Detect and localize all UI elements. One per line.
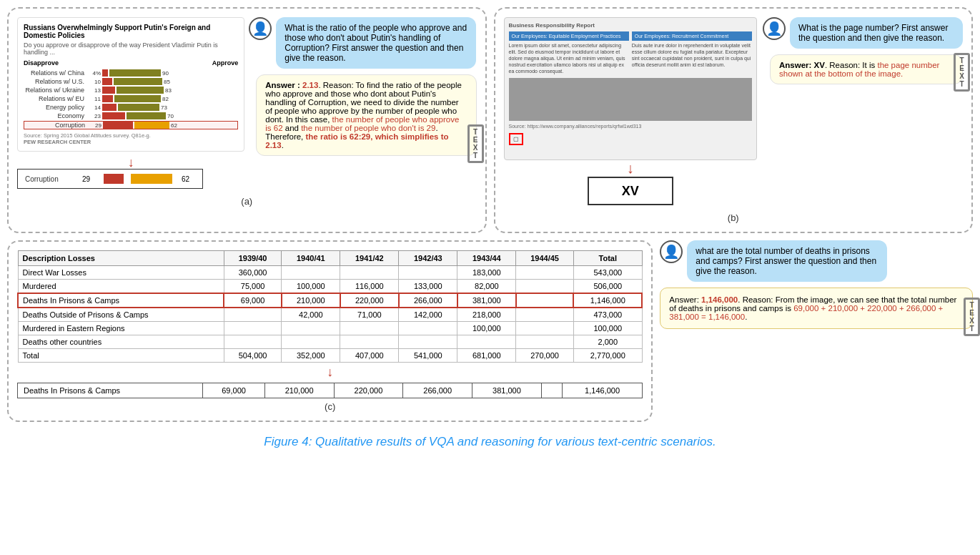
approve-label: Approve [212,59,239,67]
ans-c-4: . [745,313,747,321]
td-total-3: 473,000 [573,308,642,322]
td-3940-4 [224,322,281,335]
text-badge-a: T E X T [467,124,484,163]
top-row: Russians Overwhelmingly Support Putin's … [7,7,973,233]
td-desc-4: Murdered in Eastern Regions [18,322,224,335]
user-bubble-a: What is the ratio of the people who appr… [276,17,476,69]
bar-app-val-5: 70 [167,113,182,119]
bar-row-4: Energy policy 14 73 [24,104,238,111]
answer-area-b: Answer: XV. Reason: It is the page numbe… [763,54,963,84]
xv-box-b: XV [588,177,673,205]
bar-app-6 [134,122,169,129]
ans-b-1: XV [814,61,825,69]
panel-c-right: 👤 what are the total number of deaths in… [660,240,973,422]
answer-area-a: Answer : 2.13. Reason: To find the ratio… [249,74,476,156]
th-4344: 1943/44 [457,251,516,266]
td-4041-0 [282,266,340,280]
td-total-6: 2,770,000 [573,349,642,363]
zoomed-label-a: Corruption [25,175,75,183]
td-4344-1: 82,000 [457,280,516,294]
td-4344-4: 100,000 [457,322,516,335]
bar-dis-3 [102,95,113,102]
td-4142-2: 220,000 [340,293,399,308]
th-desc: Description Losses [18,251,224,266]
ans-b-0: Answer: [779,61,814,69]
td-4445-2 [516,293,573,308]
td-4445-0 [516,266,573,280]
td-4243-5 [399,335,457,349]
text-badge-box-a: T E X T [467,124,484,163]
table-row: Murdered in Eastern Regions 100,000 100,… [18,322,642,335]
td-4243-6: 541,000 [399,349,457,363]
user-bubble-c: what are the total number of deaths in p… [687,240,887,282]
bar-app-0 [109,69,161,77]
user-avatar-a: 👤 [249,17,272,40]
bar-app-val-2: 83 [165,87,179,94]
bar-app-val-3: 82 [162,96,177,102]
td-4243-1: 133,000 [399,280,457,294]
chart-area-a: Russians Overwhelmingly Support Putin's … [17,17,244,189]
zoomed-3940-c: 69,000 [203,383,264,398]
text-x-a: X [473,144,478,152]
user-row-a: 👤 What is the ratio of the people who ap… [249,17,476,69]
text-e-a: E [473,136,478,144]
tc-x: X [969,317,974,325]
panel-label-b: (b) [504,212,964,223]
table-row: Murdered 75,000 100,000 116,000 133,000 … [18,280,642,294]
doc-red-box-b: ▢ [509,133,523,145]
td-total-5: 2,000 [573,335,642,349]
doc-img-b [509,78,753,121]
panel-b: Business Responsibility Report Our Emplo… [494,7,974,233]
td-4142-1: 116,000 [340,280,399,294]
answer-bubble-b: Answer: XV. Reason: It is the page numbe… [770,54,963,84]
zoom-section-a: ↓ Corruption 29 62 [17,156,244,189]
td-4243-3: 142,000 [399,308,457,322]
bar-app-2 [117,87,164,94]
bar-row-5: Economy 23 70 [24,112,238,119]
td-4041-5 [282,335,340,349]
doc-caption-b: Source: https://www.company.alliances/re… [509,124,753,129]
zoomed-bar-box-a: Corruption 29 62 [17,169,203,189]
th-4445: 1944/45 [516,251,573,266]
td-4243-4 [399,322,457,335]
td-4142-4 [340,322,399,335]
bar-dis-val-2: 13 [88,87,101,94]
doc-image-b: Business Responsibility Report Our Emplo… [504,17,758,160]
bar-dis-val-4: 14 [88,104,101,111]
td-4041-2: 210,000 [282,293,340,308]
td-desc-5: Deaths other countries [18,335,224,349]
td-4445-4 [516,322,573,335]
chart-subtitle-a: Do you approve or disapprove of the way … [24,41,238,56]
td-3940-6: 504,000 [224,349,281,363]
th-4243: 1942/43 [399,251,457,266]
table-row: Direct War Losses 360,000 183,000 543,00… [18,266,642,280]
bar-label-1: Relations w/ U.S. [24,78,88,85]
td-4142-6: 407,000 [340,349,399,363]
user-icon-a: 👤 [252,21,268,36]
td-4041-3: 42,000 [282,308,340,322]
bar-row-3: Relations w/ EU 11 82 [24,95,238,102]
td-4445-5 [516,335,573,349]
doc-cols-b: Our Employees: Equitable Employment Prac… [509,31,753,75]
bar-app-val-1: 85 [164,79,178,85]
td-4243-2: 266,000 [399,293,457,308]
bar-label-0: Relations w/ China [24,69,88,77]
chart-header-a: Disapprove Approve [24,59,238,67]
zoomed-4344-c: 381,000 [472,383,542,398]
text-badge-b: T E X T [954,53,970,92]
source-text-a: Source: Spring 2015 Global Attitudes sur… [24,132,151,139]
bar-label-6: Corruption [24,122,89,129]
user-icon-c: 👤 [663,244,679,260]
bar-dis-val-6: 29 [89,122,102,129]
answer-bubble-a: Answer : 2.13. Reason: To find the ratio… [256,74,476,156]
arrow-down-a: ↓ [17,156,244,169]
table-row: Total 504,000 352,000 407,000 541,000 68… [18,349,642,363]
table-header-row: Description Losses 1939/40 1940/41 1941/… [18,251,642,266]
text-badge-c: T E X T [964,298,980,336]
table-row-highlighted: Deaths In Prisons & Camps 69,000 210,000… [18,293,642,308]
td-4344-0: 183,000 [457,266,516,280]
zoomed-4445-c [541,383,562,398]
td-4041-6: 352,000 [282,349,340,363]
user-row-c: 👤 what are the total number of deaths in… [660,240,973,282]
td-4243-0 [399,266,457,280]
